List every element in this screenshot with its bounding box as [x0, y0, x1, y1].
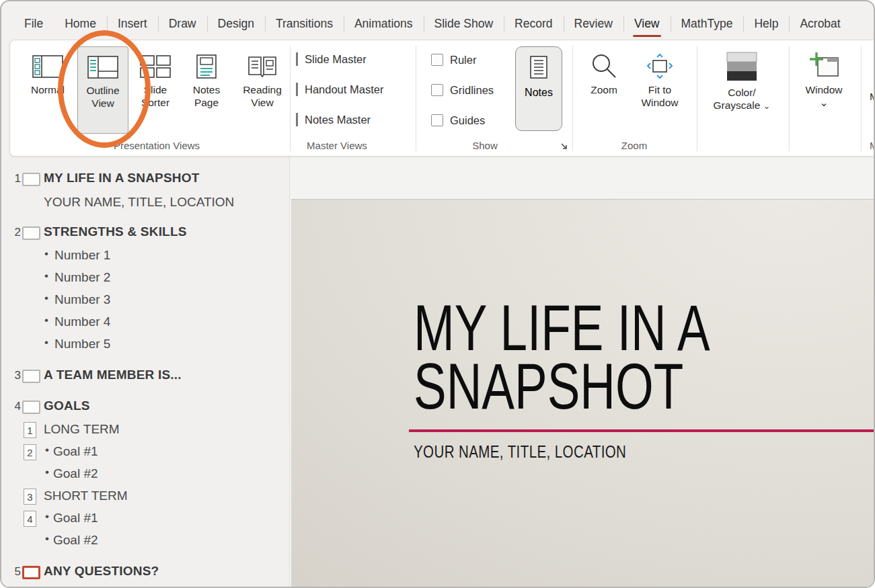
notes-page-button[interactable]: Notes Page — [181, 46, 232, 134]
tab-acrobat[interactable]: Acrobat — [789, 8, 851, 40]
color-grayscale-button[interactable]: Color/ Grayscale ⌄ — [710, 46, 774, 134]
slide-number: 1 — [9, 172, 21, 185]
tab-home[interactable]: Home — [54, 8, 107, 40]
slide-icon[interactable] — [22, 401, 40, 414]
animation-order-badge: 3 — [24, 489, 36, 505]
title-divider-line — [409, 429, 874, 432]
slide-icon[interactable] — [22, 173, 40, 186]
tab-record[interactable]: Record — [504, 8, 563, 40]
group-separator — [697, 46, 697, 151]
notes-master-button[interactable]: Notes Master — [296, 111, 371, 128]
reading-view-icon — [235, 54, 289, 79]
ribbon-view-tab: Normal Outline View — [9, 40, 874, 157]
slide-subtitle[interactable]: YOUR NAME, TITLE, LOCATION — [414, 442, 626, 462]
group-label-zoom: Zoom — [594, 140, 675, 151]
bullet-icon: • — [45, 532, 49, 546]
outline-slide-4[interactable]: 4 GOALS — [1, 398, 289, 417]
fit-to-window-icon — [633, 54, 687, 79]
tab-transitions[interactable]: Transitions — [265, 8, 344, 40]
notes-master-icon — [296, 113, 298, 126]
notes-page-icon — [181, 54, 232, 79]
bullet-icon: • — [44, 314, 48, 327]
outline-bullet[interactable]: • Number 5 — [1, 337, 289, 355]
outline-bullet[interactable]: • Number 3 — [1, 292, 289, 310]
slide-editing-pane: MY LIFE IN A SNAPSHOT YOUR NAME, TITLE, … — [291, 157, 874, 587]
slide-icon[interactable] — [22, 370, 40, 383]
checkbox-icon — [431, 84, 443, 96]
slide-master-button[interactable]: Slide Master — [296, 50, 367, 68]
macros-button[interactable]: Macros — [870, 91, 875, 103]
notes-button[interactable]: Notes — [515, 46, 562, 131]
checkbox-icon — [431, 114, 443, 126]
window-icon — [797, 52, 851, 79]
group-label-macros: Macros — [870, 140, 875, 151]
bullet-icon: • — [44, 292, 48, 305]
slide-number: 4 — [9, 400, 21, 413]
handout-master-button[interactable]: Handout Master — [296, 81, 383, 98]
outline-slide-2[interactable]: 2 STRENGTHS & SKILLS — [1, 224, 289, 243]
outline-anim-item[interactable]: 1 LONG TERM — [1, 422, 289, 440]
tab-design[interactable]: Design — [207, 8, 265, 40]
slide-sorter-icon — [130, 54, 181, 79]
outline-slide-1-subtitle[interactable]: YOUR NAME, TITLE, LOCATION — [1, 195, 289, 213]
slide-icon-selected[interactable] — [22, 566, 40, 579]
slide-canvas[interactable]: MY LIFE IN A SNAPSHOT YOUR NAME, TITLE, … — [291, 199, 874, 587]
animation-order-badge: 1 — [24, 422, 36, 438]
outline-bullet[interactable]: • Goal #2 — [1, 533, 289, 551]
bullet-icon: • — [44, 269, 48, 283]
normal-view-button[interactable]: Normal — [22, 46, 73, 134]
outline-bullet[interactable]: • Number 4 — [1, 314, 289, 333]
chevron-down-icon: ⌄ — [797, 96, 851, 109]
show-dialog-launcher[interactable] — [559, 141, 570, 152]
outline-anim-item[interactable]: 3 SHORT TERM — [1, 489, 289, 507]
window-button[interactable]: Window ⌄ — [797, 46, 851, 134]
tab-draw[interactable]: Draw — [158, 8, 207, 40]
tab-slide-show[interactable]: Slide Show — [424, 8, 504, 40]
bullet-icon: • — [44, 247, 48, 261]
tab-view[interactable]: View — [623, 8, 671, 40]
outline-view-icon — [78, 55, 128, 79]
bullet-icon: • — [45, 466, 49, 479]
bullet-icon: • — [45, 510, 49, 523]
outline-bullet[interactable]: • Number 1 — [1, 248, 289, 266]
powerpoint-window: File Home Insert Draw Design Transitions… — [0, 0, 875, 588]
outline-slide-title[interactable]: A TEAM MEMBER IS... — [44, 368, 182, 382]
outline-slide-1[interactable]: 1 MY LIFE IN A SNAPSHOT — [1, 171, 289, 189]
gridlines-checkbox[interactable]: Gridlines — [431, 83, 494, 97]
outline-bullet[interactable]: • Number 2 — [1, 270, 289, 288]
bullet-icon: • — [45, 444, 49, 457]
outline-anim-item[interactable]: 2 • Goal #1 — [1, 444, 289, 462]
outline-slide-3[interactable]: 3 A TEAM MEMBER IS... — [1, 368, 289, 386]
zoom-button[interactable]: Zoom — [578, 46, 630, 134]
outline-bullet[interactable]: • Goal #2 — [1, 466, 289, 485]
slide-icon[interactable] — [22, 226, 40, 240]
slide-number: 5 — [9, 565, 21, 579]
tab-review[interactable]: Review — [564, 8, 623, 40]
checkbox-icon — [431, 54, 443, 66]
outline-slide-title[interactable]: STRENGTHS & SKILLS — [44, 224, 187, 239]
tab-mathtype[interactable]: MathType — [671, 8, 744, 40]
outline-slide-title[interactable]: ANY QUESTIONS? — [44, 564, 159, 579]
slide-master-icon — [296, 52, 298, 66]
slide-number: 3 — [9, 369, 21, 382]
tab-help[interactable]: Help — [743, 8, 789, 40]
tab-file[interactable]: File — [13, 8, 54, 40]
reading-view-button[interactable]: Reading View — [235, 46, 289, 134]
fit-to-window-button[interactable]: Fit to Window — [633, 46, 687, 134]
outline-slide-title[interactable]: MY LIFE IN A SNAPSHOT — [44, 171, 200, 185]
ruler-checkbox[interactable]: Ruler — [431, 52, 476, 67]
outline-pane: 1 MY LIFE IN A SNAPSHOT YOUR NAME, TITLE… — [1, 157, 290, 587]
group-label-show: Show — [445, 140, 525, 151]
slide-sorter-button[interactable]: Slide Sorter — [130, 46, 181, 134]
tab-insert[interactable]: Insert — [107, 8, 158, 40]
tab-animations[interactable]: Animations — [344, 8, 424, 40]
outline-anim-item[interactable]: 4 • Goal #1 — [1, 511, 289, 529]
zoom-icon — [578, 54, 630, 79]
guides-checkbox[interactable]: Guides — [431, 113, 485, 128]
group-label-master-views: Master Views — [270, 140, 404, 151]
group-separator — [290, 46, 291, 151]
slide-title[interactable]: MY LIFE IN A SNAPSHOT — [414, 298, 710, 415]
outline-slide-title[interactable]: GOALS — [44, 398, 90, 413]
outline-view-button[interactable]: Outline View — [77, 46, 128, 134]
outline-slide-5[interactable]: 5 ANY QUESTIONS? — [1, 564, 289, 582]
